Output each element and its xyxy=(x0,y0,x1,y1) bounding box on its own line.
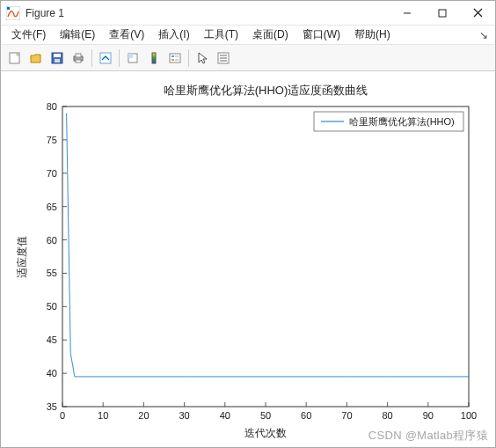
svg-text:40: 40 xyxy=(220,410,230,421)
svg-text:45: 45 xyxy=(47,334,57,345)
svg-text:70: 70 xyxy=(47,168,57,179)
menu-edit[interactable]: 编辑(E) xyxy=(53,26,102,44)
maximize-button[interactable] xyxy=(425,1,460,25)
toolbar-separator xyxy=(119,49,120,67)
save-button[interactable] xyxy=(47,48,68,69)
svg-rect-14 xyxy=(100,53,111,63)
print-button[interactable] xyxy=(68,48,89,69)
svg-text:30: 30 xyxy=(179,410,189,421)
plot-area[interactable]: 0102030405060708090100354045505560657075… xyxy=(1,71,495,447)
matlab-figure-icon xyxy=(6,6,20,20)
toolbar-separator xyxy=(188,49,189,67)
svg-rect-9 xyxy=(54,54,61,57)
svg-rect-18 xyxy=(170,54,180,62)
svg-text:20: 20 xyxy=(138,410,149,421)
svg-rect-1 xyxy=(7,7,10,10)
svg-rect-27 xyxy=(62,106,469,407)
svg-rect-13 xyxy=(76,60,81,62)
menu-tools[interactable]: 工具(T) xyxy=(197,26,245,44)
property-editor-button[interactable] xyxy=(213,48,234,69)
menu-help[interactable]: 帮助(H) xyxy=(347,26,398,44)
svg-text:迭代次数: 迭代次数 xyxy=(244,427,287,439)
svg-rect-3 xyxy=(439,10,446,17)
svg-text:哈里斯鹰优化算法(HHO)适应度函数曲线: 哈里斯鹰优化算法(HHO)适应度函数曲线 xyxy=(164,84,368,97)
close-button[interactable] xyxy=(460,1,495,25)
svg-text:80: 80 xyxy=(382,410,392,421)
svg-text:50: 50 xyxy=(47,301,57,312)
chart: 0102030405060708090100354045505560657075… xyxy=(1,71,495,446)
titlebar: Figure 1 xyxy=(1,1,495,26)
svg-text:90: 90 xyxy=(423,410,434,421)
toolbar xyxy=(1,45,495,71)
insert-legend-button[interactable] xyxy=(164,48,186,69)
pointer-button[interactable] xyxy=(192,48,213,69)
svg-text:100: 100 xyxy=(461,410,477,421)
svg-text:80: 80 xyxy=(47,101,57,112)
svg-rect-17 xyxy=(152,53,156,63)
svg-rect-12 xyxy=(76,54,81,57)
svg-text:35: 35 xyxy=(47,401,57,412)
edit-plot-button[interactable] xyxy=(95,48,116,69)
svg-text:65: 65 xyxy=(47,202,57,212)
menu-desktop[interactable]: 桌面(D) xyxy=(245,26,295,44)
minimize-button[interactable] xyxy=(390,1,425,25)
menu-file[interactable]: 文件(F) xyxy=(4,26,53,44)
svg-text:60: 60 xyxy=(301,410,311,421)
menu-window[interactable]: 窗口(W) xyxy=(295,26,347,44)
insert-colorbar-button[interactable] xyxy=(143,48,164,69)
svg-text:55: 55 xyxy=(47,268,57,278)
svg-text:适应度值: 适应度值 xyxy=(16,236,28,278)
svg-text:0: 0 xyxy=(60,410,65,421)
svg-text:10: 10 xyxy=(98,410,108,421)
toolbar-separator xyxy=(91,49,92,67)
svg-rect-10 xyxy=(55,59,60,62)
svg-text:75: 75 xyxy=(47,135,57,145)
menu-insert[interactable]: 插入(I) xyxy=(151,26,196,44)
svg-text:哈里斯鹰优化算法(HHO): 哈里斯鹰优化算法(HHO) xyxy=(349,116,455,127)
watermark: CSDN @Matlab程序猿 xyxy=(368,428,488,444)
window-title: Figure 1 xyxy=(26,7,390,19)
menu-overflow-icon[interactable]: ↘ xyxy=(476,29,492,41)
svg-text:40: 40 xyxy=(47,368,57,378)
menu-view[interactable]: 查看(V) xyxy=(102,26,151,44)
svg-rect-16 xyxy=(128,54,133,58)
link-plot-button[interactable] xyxy=(122,48,143,69)
svg-text:60: 60 xyxy=(47,235,57,246)
open-button[interactable] xyxy=(26,48,47,69)
new-figure-button[interactable] xyxy=(4,48,26,69)
menubar: 文件(F) 编辑(E) 查看(V) 插入(I) 工具(T) 桌面(D) 窗口(W… xyxy=(1,26,495,45)
svg-text:70: 70 xyxy=(341,410,352,421)
svg-text:50: 50 xyxy=(260,410,271,421)
